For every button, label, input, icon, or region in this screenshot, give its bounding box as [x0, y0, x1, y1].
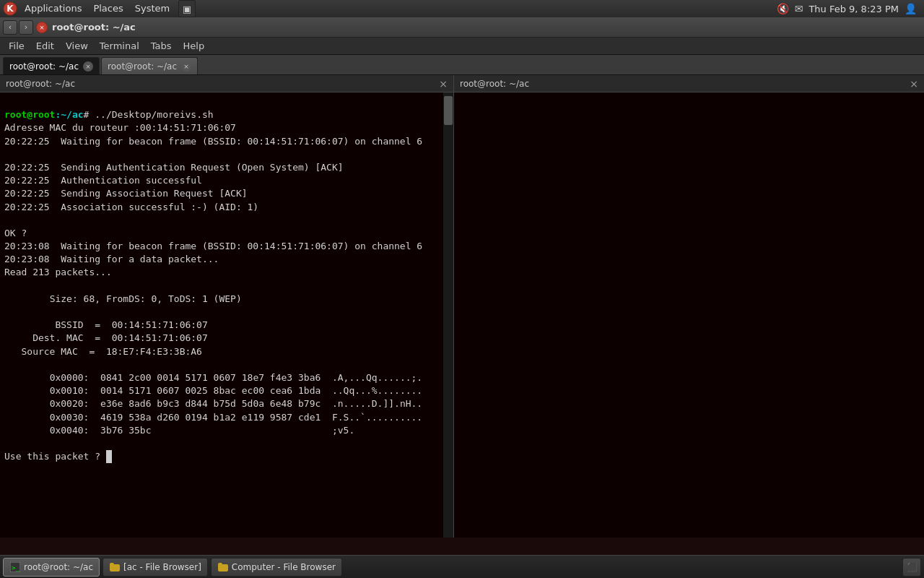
taskbar: >_ root@root: ~/ac [ac - File Browser] C… [0, 555, 924, 578]
scrollbar-thumb[interactable] [444, 96, 453, 125]
taskbar-terminal[interactable]: >_ root@root: ~/ac [3, 558, 100, 577]
window-titlebar: ‹ › × root@root: ~/ac [0, 17, 924, 38]
help-menu[interactable]: Help [178, 38, 211, 55]
svg-text:K: K [6, 4, 14, 14]
user-icon: 👤 [905, 3, 917, 14]
nav-back-button[interactable]: ‹ [3, 20, 17, 35]
right-pane-close[interactable]: × [910, 78, 918, 90]
taskbar-filebrowser1[interactable]: [ac - File Browser] [103, 558, 208, 577]
taskbar-folder1-icon [109, 561, 121, 573]
tabs-menu[interactable]: Tabs [145, 38, 178, 55]
datetime-display: Thu Feb 9, 8:23 PM [808, 4, 899, 14]
taskbar-terminal-label: root@root: ~/ac [24, 562, 93, 572]
terminal-menubar: File Edit View Terminal Tabs Help [0, 38, 924, 55]
left-terminal-content[interactable]: root@root:~/ac# ../Desktop/moreivs.sh Ad… [0, 92, 453, 538]
tab-1-close[interactable]: × [83, 61, 93, 72]
taskbar-filebrowser2[interactable]: Computer - File Browser [211, 558, 342, 577]
tab-2-label: root@root: ~/ac [108, 61, 177, 72]
right-pane-header: root@root: ~/ac × [454, 75, 924, 92]
nav-forward-button[interactable]: › [19, 20, 33, 35]
left-terminal-pane: root@root: ~/ac × root@root:~/ac# ../Des… [0, 75, 454, 538]
top-menubar: K Applications Places System ▣ 🔇 ✉ Thu F… [0, 0, 924, 17]
file-menu[interactable]: File [3, 38, 30, 55]
window-title: root@root: ~/ac [52, 22, 136, 33]
left-pane-close[interactable]: × [439, 78, 448, 90]
left-pane-path: root@root: ~/ac [6, 79, 75, 89]
tab-2[interactable]: root@root: ~/ac × [101, 57, 198, 74]
right-terminal-pane: root@root: ~/ac × [454, 75, 924, 538]
taskbar-filebrowser1-label: [ac - File Browser] [123, 562, 201, 572]
left-pane-header: root@root: ~/ac × [0, 75, 453, 92]
terminal-menu[interactable]: Terminal [94, 38, 145, 55]
right-pane-path: root@root: ~/ac [460, 79, 529, 89]
tab-1-label: root@root: ~/ac [9, 61, 79, 72]
scrollbar[interactable] [443, 92, 453, 538]
system-menu[interactable]: System [129, 0, 175, 17]
taskbar-filebrowser2-label: Computer - File Browser [232, 562, 336, 572]
taskbar-terminal-icon: >_ [9, 561, 21, 573]
tab-2-close[interactable]: × [181, 61, 191, 72]
view-menu[interactable]: View [60, 38, 94, 55]
taskbar-right-button[interactable]: ⬛ [902, 558, 921, 577]
right-terminal-content[interactable] [454, 92, 924, 538]
terminal-icon[interactable]: ▣ [178, 0, 196, 17]
envelope-icon: ✉ [795, 3, 803, 14]
tab-1[interactable]: root@root: ~/ac × [3, 57, 100, 74]
places-menu[interactable]: Places [87, 0, 128, 17]
tab-bar: root@root: ~/ac × root@root: ~/ac × [0, 55, 924, 75]
terminal-area: 5 track the more you see, the more you a… [0, 75, 924, 538]
kali-logo: K [3, 1, 17, 16]
taskbar-folder2-icon [217, 561, 229, 573]
window-close-button[interactable]: × [36, 22, 48, 33]
edit-menu[interactable]: Edit [30, 38, 60, 55]
applications-menu[interactable]: Applications [19, 0, 87, 17]
svg-text:>_: >_ [12, 564, 19, 571]
volume-icon: 🔇 [777, 3, 789, 14]
